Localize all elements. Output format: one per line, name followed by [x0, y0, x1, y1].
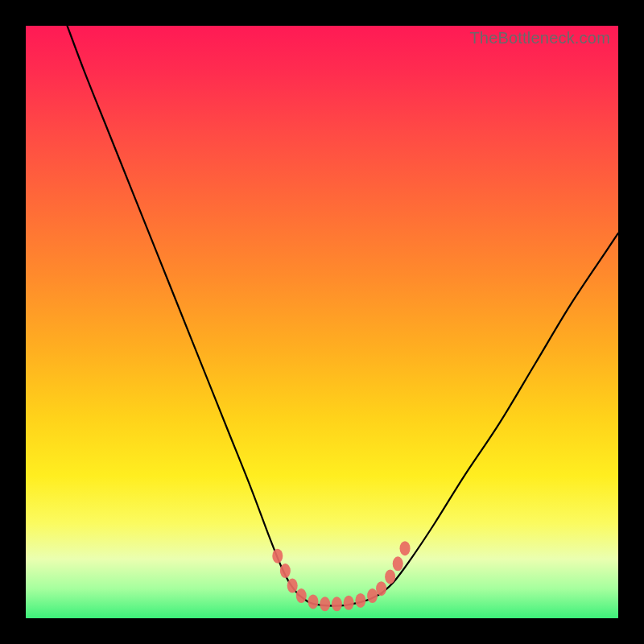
- highlight-dot: [287, 579, 298, 593]
- highlight-dot: [308, 594, 318, 609]
- highlight-dot: [376, 581, 386, 596]
- highlight-dot: [320, 597, 330, 611]
- highlight-dot: [296, 588, 307, 603]
- highlight-dot: [400, 541, 411, 555]
- highlight-dot: [367, 588, 378, 603]
- chart-frame: TheBottleneck.com: [0, 0, 644, 644]
- highlight-dots: [272, 541, 410, 611]
- highlight-dot: [385, 569, 395, 584]
- highlight-dot: [344, 596, 354, 610]
- highlight-dot: [280, 564, 291, 578]
- highlight-dot: [332, 597, 342, 611]
- highlight-dot: [393, 556, 403, 571]
- highlight-dot: [272, 549, 283, 564]
- bottleneck-curve: [68, 26, 618, 606]
- plot-area: TheBottleneck.com: [26, 26, 618, 618]
- highlight-dot: [355, 593, 365, 608]
- chart-svg: [26, 26, 618, 618]
